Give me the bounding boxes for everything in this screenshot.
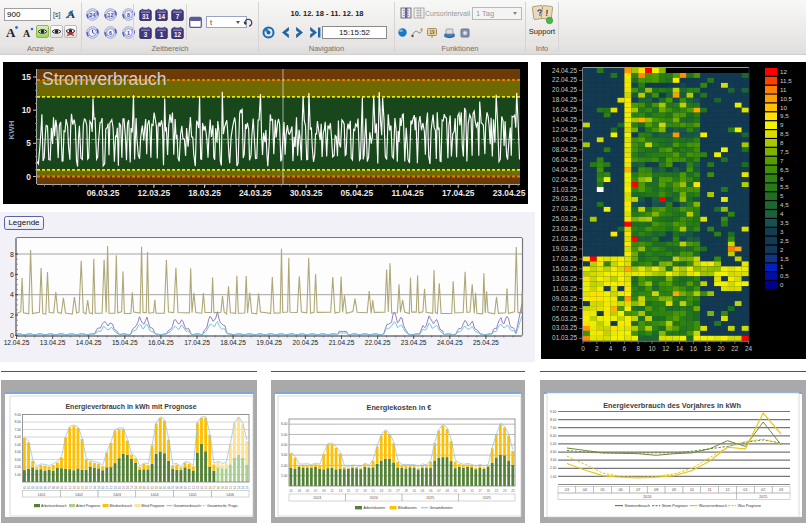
svg-text:2.00: 2.00 bbox=[14, 465, 21, 469]
svg-text:3: 3 bbox=[780, 228, 784, 235]
svg-text:06.03.25: 06.03.25 bbox=[87, 188, 120, 198]
svg-text:5.00: 5.00 bbox=[281, 433, 288, 437]
svg-text:01: 01 bbox=[743, 488, 747, 492]
svg-text:Blindkosten: Blindkosten bbox=[398, 506, 417, 510]
svg-text:24.04.25: 24.04.25 bbox=[437, 339, 463, 346]
svg-text:24.03.25: 24.03.25 bbox=[239, 188, 272, 198]
svg-text:13: 13 bbox=[462, 489, 466, 493]
svg-text:16.04.25: 16.04.25 bbox=[552, 106, 577, 113]
svg-text:03.03.25: 03.03.25 bbox=[552, 324, 577, 331]
svg-text:5: 5 bbox=[26, 138, 31, 148]
svg-text:4.00: 4.00 bbox=[281, 443, 288, 447]
svg-text:3.00: 3.00 bbox=[281, 453, 288, 457]
svg-text:2: 2 bbox=[780, 246, 784, 253]
svg-text:9: 9 bbox=[780, 121, 784, 128]
svg-text:11: 11 bbox=[780, 86, 787, 93]
svg-text:A: A bbox=[6, 25, 16, 39]
svg-text:24: 24 bbox=[90, 12, 96, 18]
svg-text:Strom Prognose: Strom Prognose bbox=[662, 504, 688, 508]
svg-text:20.04.25: 20.04.25 bbox=[293, 339, 319, 346]
svg-text:16: 16 bbox=[690, 345, 698, 352]
svg-text:2,5: 2,5 bbox=[780, 237, 789, 244]
svg-text:23.03.25: 23.03.25 bbox=[552, 225, 577, 232]
svg-text:03: 03 bbox=[565, 488, 569, 492]
svg-text:Energieverbrauch des Vorjahres: Energieverbrauch des Vorjahres in kWh bbox=[603, 401, 741, 410]
svg-text:19: 19 bbox=[363, 489, 367, 493]
svg-text:5: 5 bbox=[780, 192, 784, 199]
svg-text:4,5: 4,5 bbox=[780, 201, 789, 208]
svg-text:23.04.25: 23.04.25 bbox=[401, 339, 427, 346]
svg-text:2024: 2024 bbox=[313, 496, 321, 500]
svg-text:31.03.25: 31.03.25 bbox=[552, 186, 577, 193]
svg-text:11,5: 11,5 bbox=[780, 77, 792, 84]
svg-text:1.00: 1.00 bbox=[14, 473, 21, 477]
svg-text:10: 10 bbox=[22, 105, 32, 115]
svg-text:11: 11 bbox=[331, 489, 334, 493]
svg-text:3,5: 3,5 bbox=[780, 219, 789, 226]
svg-text:9.00: 9.00 bbox=[550, 410, 557, 414]
svg-text:21.03.25: 21.03.25 bbox=[552, 235, 577, 242]
svg-text:04: 04 bbox=[583, 488, 587, 492]
svg-text:15: 15 bbox=[22, 72, 32, 82]
svg-text:09: 09 bbox=[322, 489, 326, 493]
svg-text:1.00: 1.00 bbox=[550, 475, 557, 479]
svg-text:7,5: 7,5 bbox=[780, 148, 789, 155]
svg-text:15: 15 bbox=[470, 489, 474, 493]
svg-text:Arbeitskosten: Arbeitskosten bbox=[364, 506, 386, 510]
svg-text:05: 05 bbox=[600, 488, 604, 492]
svg-text:07: 07 bbox=[314, 489, 318, 493]
svg-text:4: 4 bbox=[609, 345, 613, 352]
svg-text:10: 10 bbox=[648, 345, 656, 352]
svg-text:11.03.25: 11.03.25 bbox=[553, 285, 578, 292]
svg-text:07.03.25: 07.03.25 bbox=[552, 305, 577, 312]
svg-text:27: 27 bbox=[396, 489, 400, 493]
svg-text:6.00: 6.00 bbox=[14, 435, 21, 439]
svg-text:KWH: KWH bbox=[7, 120, 16, 139]
svg-text:Wasserverbrauch: Wasserverbrauch bbox=[699, 504, 727, 508]
svg-text:17: 17 bbox=[478, 489, 482, 493]
svg-text:18.03.25: 18.03.25 bbox=[188, 188, 221, 198]
svg-text:24.04.25: 24.04.25 bbox=[552, 67, 577, 74]
svg-text:23: 23 bbox=[380, 489, 384, 493]
svg-text:13: 13 bbox=[339, 489, 343, 493]
svg-text:22.04.25: 22.04.25 bbox=[365, 339, 391, 346]
svg-text:01: 01 bbox=[289, 489, 293, 493]
svg-text:1: 1 bbox=[127, 30, 130, 36]
svg-text:12.04.25: 12.04.25 bbox=[552, 126, 577, 133]
svg-text:4: 4 bbox=[10, 291, 14, 298]
svg-text:22: 22 bbox=[731, 345, 739, 352]
svg-text:25.03.25: 25.03.25 bbox=[552, 215, 577, 222]
svg-text:21: 21 bbox=[372, 489, 376, 493]
svg-text:27.03.25: 27.03.25 bbox=[552, 205, 577, 212]
svg-text:19: 19 bbox=[487, 489, 491, 493]
svg-text:05: 05 bbox=[306, 489, 310, 493]
svg-text:1: 1 bbox=[160, 31, 164, 38]
svg-text:Gesamtkosten: Gesamtkosten bbox=[429, 506, 452, 510]
svg-text:03: 03 bbox=[421, 489, 425, 493]
svg-text:8: 8 bbox=[10, 251, 14, 258]
svg-text:6.00: 6.00 bbox=[281, 422, 288, 426]
svg-text:12: 12 bbox=[662, 345, 670, 352]
svg-text:22.04.25: 22.04.25 bbox=[552, 76, 577, 83]
svg-text:13.04.25: 13.04.25 bbox=[40, 339, 66, 346]
svg-text:1401: 1401 bbox=[37, 493, 45, 497]
svg-text:2024: 2024 bbox=[370, 496, 378, 500]
svg-text:06: 06 bbox=[618, 488, 622, 492]
svg-text:2024: 2024 bbox=[643, 495, 651, 499]
svg-text:20.04.25: 20.04.25 bbox=[552, 86, 577, 93]
svg-text:23: 23 bbox=[503, 489, 507, 493]
svg-text:12: 12 bbox=[174, 31, 182, 38]
svg-text:05: 05 bbox=[429, 489, 433, 493]
svg-text:18: 18 bbox=[704, 345, 712, 352]
svg-text:9,5: 9,5 bbox=[780, 112, 789, 119]
svg-text:09: 09 bbox=[446, 489, 450, 493]
svg-text:10,5: 10,5 bbox=[780, 95, 793, 102]
svg-text:05.03.25: 05.03.25 bbox=[552, 315, 577, 322]
svg-text:4: 4 bbox=[780, 210, 784, 217]
svg-text:14.04.25: 14.04.25 bbox=[76, 339, 102, 346]
svg-text:6: 6 bbox=[109, 30, 112, 36]
svg-text:21.04.25: 21.04.25 bbox=[329, 339, 355, 346]
svg-text:15: 15 bbox=[347, 489, 351, 493]
svg-text:25: 25 bbox=[388, 489, 392, 493]
svg-text:17: 17 bbox=[355, 489, 359, 493]
